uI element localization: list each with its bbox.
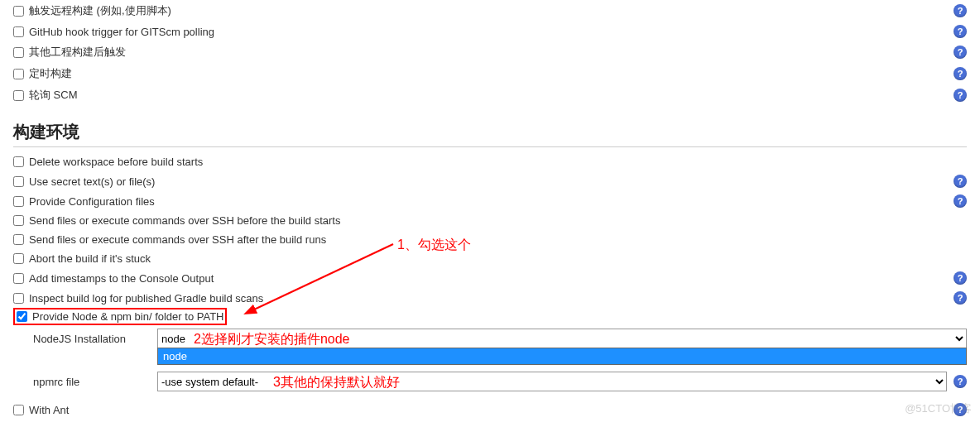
env-row-node: Provide Node & npm bin/ folder to PATH [13,308,967,325]
provide-node-label: Provide Node & npm bin/ folder to PATH [32,310,223,323]
timestamps-label: Add timestamps to the Console Output [29,272,954,285]
use-secret-label: Use secret text(s) or file(s) [29,175,954,188]
env-row: Abort the build if it's stuck [13,249,967,268]
nodejs-option-item[interactable]: node [157,348,967,365]
npmrc-row: npmrc file -use system default- 3其他的保持默认… [33,368,967,395]
trigger-row: 轮询 SCM ? [13,84,967,106]
nodejs-install-label: NodeJS Installation [33,333,157,345]
trigger-row: 触发远程构建 (例如,使用脚本) ? [13,0,967,22]
help-icon[interactable]: ? [954,89,967,102]
npmrc-label: npmrc file [33,376,157,388]
provide-config-label: Provide Configuration files [29,195,954,208]
ssh-after-label: Send files or execute commands over SSH … [29,233,967,246]
env-row: With Ant ? [13,400,967,420]
build-env-title: 构建环境 [13,121,967,147]
trigger-row: 定时构建 ? [13,63,967,84]
ssh-before-label: Send files or execute commands over SSH … [29,214,967,227]
help-icon[interactable]: ? [954,25,967,38]
provide-node-checkbox[interactable] [17,311,27,322]
github-hook-checkbox[interactable] [13,26,24,37]
remote-trigger-label: 触发远程构建 (例如,使用脚本) [29,3,954,18]
timestamps-checkbox[interactable] [13,273,24,284]
nodejs-install-select[interactable]: node [157,329,967,348]
env-row: Send files or execute commands over SSH … [13,211,967,230]
trigger-row: GitHub hook trigger for GITScm polling ? [13,22,967,41]
env-row: Send files or execute commands over SSH … [13,230,967,249]
remote-trigger-checkbox[interactable] [13,6,24,17]
after-other-build-checkbox[interactable] [13,47,24,58]
abort-stuck-label: Abort the build if it's stuck [29,252,967,265]
help-icon[interactable]: ? [954,291,967,305]
env-row: Delete workspace before build starts [13,152,967,171]
npmrc-select[interactable]: -use system default- [157,372,947,391]
help-icon[interactable]: ? [954,175,967,188]
help-icon[interactable]: ? [954,67,967,80]
env-row: Provide Configuration files ? [13,191,967,211]
env-row: Use secret text(s) or file(s) ? [13,171,967,191]
help-icon[interactable]: ? [954,271,967,285]
watermark: @51CTO博客 [905,401,972,416]
nodejs-install-row: NodeJS Installation node node 2选择刚才安装的插件… [33,325,967,352]
after-other-build-label: 其他工程构建后触发 [29,45,954,60]
abort-stuck-checkbox[interactable] [13,253,24,264]
ssh-after-checkbox[interactable] [13,234,24,245]
schedule-build-label: 定时构建 [29,66,954,81]
help-icon[interactable]: ? [954,4,967,17]
poll-scm-checkbox[interactable] [13,90,24,101]
poll-scm-label: 轮询 SCM [29,88,954,103]
github-hook-label: GitHub hook trigger for GITScm polling [29,26,954,38]
delete-workspace-checkbox[interactable] [13,156,24,167]
gradle-scan-checkbox[interactable] [13,293,24,304]
schedule-build-checkbox[interactable] [13,69,24,79]
env-row: Inspect build log for published Gradle b… [13,288,967,308]
help-icon[interactable]: ? [954,375,967,388]
use-secret-checkbox[interactable] [13,176,24,187]
env-row: Add timestamps to the Console Output ? [13,268,967,288]
ssh-before-checkbox[interactable] [13,215,24,226]
provide-config-checkbox[interactable] [13,196,24,207]
annotation-highlight-box: Provide Node & npm bin/ folder to PATH [13,308,227,325]
help-icon[interactable]: ? [954,194,967,208]
with-ant-checkbox[interactable] [13,405,24,415]
trigger-row: 其他工程构建后触发 ? [13,41,967,63]
delete-workspace-label: Delete workspace before build starts [29,156,967,168]
help-icon[interactable]: ? [954,46,967,59]
with-ant-label: With Ant [29,404,954,416]
gradle-scan-label: Inspect build log for published Gradle b… [29,292,954,305]
